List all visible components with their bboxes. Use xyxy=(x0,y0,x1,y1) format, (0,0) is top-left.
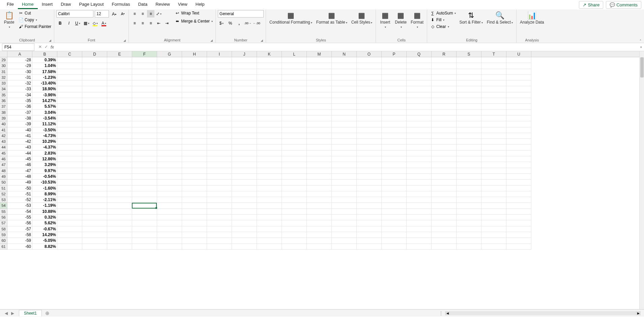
cell[interactable] xyxy=(182,139,207,145)
cell[interactable]: 18.90% xyxy=(32,86,57,92)
cell[interactable] xyxy=(57,209,82,215)
cell[interactable] xyxy=(232,203,257,208)
cell-styles-button[interactable]: ▦Cell Styles▾ xyxy=(350,10,374,25)
cell[interactable] xyxy=(382,86,407,92)
cell[interactable] xyxy=(307,156,332,162)
cell[interactable] xyxy=(282,180,307,185)
cell[interactable]: -60 xyxy=(7,244,32,250)
cell[interactable] xyxy=(157,209,182,215)
col-header[interactable]: O xyxy=(357,51,382,57)
increase-decimal-icon[interactable]: .00→ xyxy=(244,20,252,27)
cell[interactable] xyxy=(506,186,531,191)
cell[interactable] xyxy=(481,145,506,150)
cell[interactable] xyxy=(207,191,232,197)
cell[interactable] xyxy=(481,191,506,197)
cell[interactable] xyxy=(132,168,157,174)
cell[interactable]: -4.37% xyxy=(32,145,57,150)
align-bottom-icon[interactable]: ≡ xyxy=(147,10,154,18)
cell[interactable] xyxy=(407,151,432,156)
cell[interactable] xyxy=(82,81,107,86)
cells-area[interactable]: -280.39%-291.04%-3017.58%-31-1.23%-32-13… xyxy=(7,57,639,309)
format-painter-button[interactable]: 🖌Format Painter xyxy=(18,24,52,30)
cell[interactable] xyxy=(307,238,332,244)
cell[interactable] xyxy=(357,238,382,244)
cell[interactable] xyxy=(82,104,107,109)
cell[interactable] xyxy=(57,127,82,133)
row-headers[interactable]: 2930313233343536373839404142434445464748… xyxy=(0,57,7,250)
cell[interactable] xyxy=(207,226,232,232)
cell[interactable] xyxy=(457,127,481,133)
cell[interactable] xyxy=(332,209,357,215)
cell[interactable] xyxy=(282,139,307,145)
cell[interactable] xyxy=(382,104,407,109)
cell[interactable] xyxy=(481,139,506,145)
cell[interactable]: 3.04% xyxy=(32,110,57,116)
cell[interactable] xyxy=(57,98,82,104)
col-header[interactable]: A xyxy=(7,51,32,57)
cell[interactable] xyxy=(432,174,457,180)
row-header[interactable]: 39 xyxy=(0,116,7,121)
cell[interactable] xyxy=(457,145,481,150)
cell[interactable] xyxy=(282,151,307,156)
cell[interactable] xyxy=(282,104,307,109)
bold-button[interactable]: B xyxy=(56,20,64,27)
cell[interactable]: -1.23% xyxy=(32,75,57,81)
cell[interactable]: -32 xyxy=(7,81,32,86)
cell[interactable] xyxy=(307,220,332,226)
cell[interactable] xyxy=(506,220,531,226)
cell[interactable] xyxy=(457,168,481,174)
cell[interactable] xyxy=(457,86,481,92)
cell[interactable] xyxy=(282,92,307,98)
cell[interactable]: -35 xyxy=(7,98,32,104)
cell[interactable]: -34 xyxy=(7,92,32,98)
cell[interactable] xyxy=(481,215,506,220)
cell[interactable] xyxy=(407,220,432,226)
cell[interactable] xyxy=(481,63,506,69)
cell[interactable]: -50 xyxy=(7,186,32,191)
cell[interactable] xyxy=(182,121,207,127)
cell[interactable] xyxy=(82,203,107,208)
cell[interactable] xyxy=(457,81,481,86)
cell[interactable] xyxy=(282,81,307,86)
cell[interactable] xyxy=(257,203,282,208)
row-header[interactable]: 37 xyxy=(0,104,7,109)
cell[interactable] xyxy=(257,104,282,109)
dialog-launcher-icon[interactable]: ◢ xyxy=(49,39,51,42)
col-header[interactable]: I xyxy=(207,51,232,57)
cell[interactable] xyxy=(182,180,207,185)
cell[interactable] xyxy=(132,98,157,104)
cell[interactable] xyxy=(407,121,432,127)
cell[interactable] xyxy=(107,121,132,127)
cell[interactable] xyxy=(232,98,257,104)
cell[interactable] xyxy=(107,209,132,215)
cell[interactable] xyxy=(481,168,506,174)
cell[interactable] xyxy=(207,215,232,220)
cell[interactable] xyxy=(357,203,382,208)
cell[interactable]: -46 xyxy=(7,162,32,168)
cell[interactable] xyxy=(157,81,182,86)
dialog-launcher-icon[interactable]: ◢ xyxy=(210,39,213,42)
cell[interactable] xyxy=(82,127,107,133)
cell[interactable] xyxy=(182,92,207,98)
hscroll-splitter-icon[interactable]: ⋮ xyxy=(439,311,443,316)
cell[interactable]: -5.05% xyxy=(32,238,57,244)
cell[interactable] xyxy=(382,92,407,98)
cell[interactable] xyxy=(132,186,157,191)
cell[interactable] xyxy=(182,116,207,121)
hscroll-right-icon[interactable]: ▶ xyxy=(636,311,641,315)
cell[interactable] xyxy=(282,75,307,81)
cell[interactable] xyxy=(257,57,282,63)
cell[interactable] xyxy=(332,86,357,92)
analyze-data-button[interactable]: 📊Analyze Data xyxy=(519,10,545,25)
cell[interactable] xyxy=(432,116,457,121)
cell[interactable] xyxy=(182,203,207,208)
cancel-formula-icon[interactable]: ✕ xyxy=(38,44,42,50)
tab-file[interactable]: File xyxy=(3,0,18,9)
cell[interactable] xyxy=(432,110,457,116)
format-cells-button[interactable]: ▦Format▾ xyxy=(409,10,425,30)
row-header[interactable]: 38 xyxy=(0,110,7,116)
decrease-indent-icon[interactable]: ⇤ xyxy=(155,20,163,27)
cell[interactable] xyxy=(432,151,457,156)
cell[interactable] xyxy=(257,180,282,185)
cell[interactable] xyxy=(132,156,157,162)
